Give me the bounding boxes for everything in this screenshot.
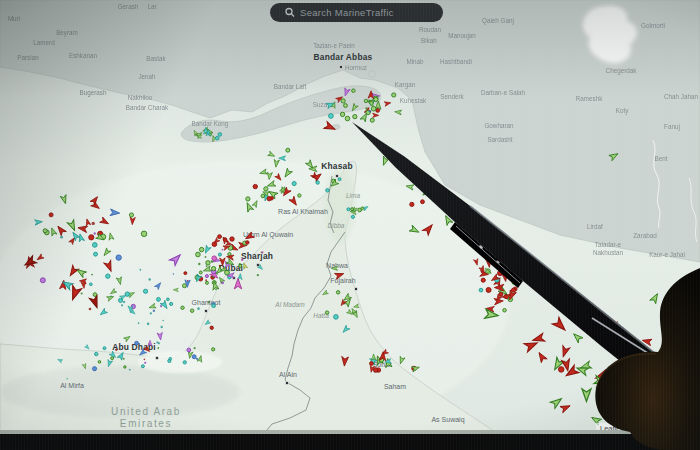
ship-marker[interactable] — [123, 301, 125, 303]
ship-marker[interactable] — [139, 269, 141, 271]
ship-marker[interactable] — [486, 287, 491, 292]
ship-marker[interactable] — [148, 278, 150, 280]
ship-marker[interactable] — [558, 367, 564, 373]
ship-marker[interactable] — [198, 263, 200, 265]
ship-marker[interactable] — [210, 326, 213, 329]
ship-marker[interactable] — [98, 361, 101, 364]
ship-marker[interactable] — [205, 279, 207, 281]
ship-marker[interactable] — [167, 298, 170, 301]
ship-marker[interactable] — [40, 278, 45, 283]
ship-marker[interactable] — [141, 365, 144, 368]
ship-marker[interactable] — [197, 274, 199, 276]
ship-marker[interactable] — [215, 288, 217, 290]
ship-marker[interactable] — [261, 251, 263, 253]
ship-marker[interactable] — [183, 361, 186, 364]
ship-marker[interactable] — [369, 110, 371, 112]
ship-marker[interactable] — [143, 289, 147, 293]
ship-marker[interactable] — [173, 273, 175, 275]
ship-marker[interactable] — [182, 284, 186, 288]
ship-marker[interactable] — [157, 297, 161, 301]
ship-marker[interactable] — [239, 264, 242, 267]
ship-marker[interactable] — [267, 197, 271, 201]
ship-marker[interactable] — [261, 194, 265, 198]
ship-marker[interactable] — [106, 274, 110, 278]
ship-marker[interactable] — [374, 97, 378, 101]
ship-marker[interactable] — [351, 208, 354, 211]
ship-marker[interactable] — [135, 341, 139, 345]
ship-marker[interactable] — [141, 231, 147, 237]
ship-marker[interactable] — [206, 265, 208, 267]
ship-marker[interactable] — [334, 315, 339, 320]
ship-marker[interactable] — [218, 253, 221, 256]
ship-marker[interactable] — [336, 291, 339, 294]
ship-marker[interactable] — [187, 348, 191, 352]
ship-marker[interactable] — [503, 308, 507, 312]
ship-marker[interactable] — [196, 252, 201, 257]
ship-marker[interactable] — [160, 305, 162, 307]
ship-marker[interactable] — [221, 282, 224, 285]
ship-marker[interactable] — [371, 106, 376, 111]
ship-marker[interactable] — [246, 241, 249, 244]
ship-marker[interactable] — [253, 184, 257, 188]
ship-marker[interactable] — [212, 348, 215, 351]
ship-marker[interactable] — [169, 357, 172, 360]
ship-marker[interactable] — [125, 292, 129, 296]
ship-marker[interactable] — [158, 342, 160, 344]
ship-marker[interactable] — [241, 258, 244, 261]
ship-marker[interactable] — [94, 232, 96, 234]
ship-marker[interactable] — [81, 292, 83, 294]
ship-marker[interactable] — [345, 116, 350, 121]
ship-marker[interactable] — [257, 274, 259, 276]
ship-marker[interactable] — [205, 281, 208, 284]
ship-marker[interactable] — [49, 213, 53, 217]
ship-marker[interactable] — [364, 99, 367, 102]
ship-marker[interactable] — [326, 189, 330, 193]
ship-marker[interactable] — [43, 229, 47, 233]
ship-marker[interactable] — [344, 104, 348, 108]
ship-marker[interactable] — [116, 255, 121, 260]
ship-marker[interactable] — [93, 367, 97, 371]
ship-marker[interactable] — [91, 274, 93, 276]
ship-marker[interactable] — [341, 99, 345, 103]
ship-marker[interactable] — [421, 200, 425, 204]
ship-marker[interactable] — [338, 178, 341, 181]
ship-marker[interactable] — [121, 304, 123, 306]
ship-marker[interactable] — [325, 311, 328, 314]
ship-marker[interactable] — [222, 249, 224, 251]
ship-marker[interactable] — [218, 133, 222, 137]
ship-marker[interactable] — [352, 89, 356, 93]
ship-marker[interactable] — [144, 362, 146, 364]
ship-marker[interactable] — [92, 243, 97, 248]
ship-marker[interactable] — [115, 349, 117, 351]
ship-marker[interactable] — [370, 118, 374, 122]
ship-marker[interactable] — [89, 308, 92, 311]
ship-marker[interactable] — [150, 312, 152, 314]
ship-marker[interactable] — [153, 310, 155, 312]
ship-marker[interactable] — [124, 366, 126, 368]
ship-marker[interactable] — [264, 187, 268, 191]
ship-marker[interactable] — [481, 278, 485, 282]
ship-marker[interactable] — [147, 323, 150, 326]
ship-marker[interactable] — [211, 266, 215, 270]
marinetraffic-map[interactable]: GerashLarMuriBeyramLamerdParsianEshkanan… — [0, 0, 700, 450]
ship-marker[interactable] — [95, 352, 98, 355]
ship-marker[interactable] — [197, 307, 200, 310]
ship-marker[interactable] — [205, 275, 208, 278]
ship-marker[interactable] — [286, 148, 290, 152]
ship-marker[interactable] — [246, 197, 250, 201]
ship-marker[interactable] — [230, 237, 234, 241]
ship-marker[interactable] — [111, 357, 114, 360]
ship-marker[interactable] — [410, 202, 414, 206]
ship-marker[interactable] — [205, 256, 207, 258]
ship-marker[interactable] — [499, 292, 503, 296]
ship-marker[interactable] — [162, 320, 164, 322]
ship-marker[interactable] — [192, 355, 196, 359]
ship-marker[interactable] — [190, 309, 193, 312]
ship-marker[interactable] — [89, 235, 94, 240]
ship-marker[interactable] — [298, 194, 301, 197]
ship-marker[interactable] — [129, 369, 131, 371]
ship-marker[interactable] — [161, 326, 163, 328]
ship-marker[interactable] — [218, 235, 222, 239]
ship-marker[interactable] — [228, 253, 231, 256]
ship-marker[interactable] — [181, 306, 184, 309]
